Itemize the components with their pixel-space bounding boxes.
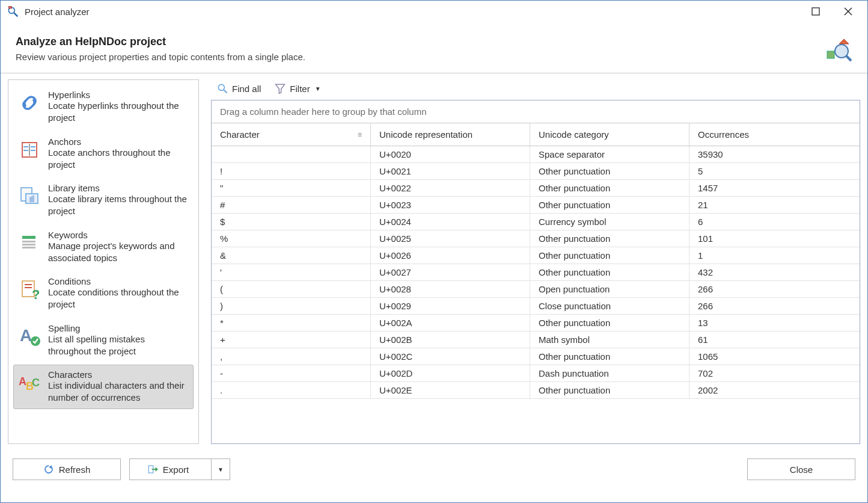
window-titlebar: Project analyzer xyxy=(1,1,867,22)
table-row[interactable]: "U+0022Other punctuation1457 xyxy=(212,180,860,197)
svg-line-32 xyxy=(224,90,227,93)
sidebar-item-conditions[interactable]: ? Conditions Locate conditions throughou… xyxy=(13,271,194,316)
sidebar-item-label: Hyperlinks xyxy=(48,90,190,100)
sidebar-item-label: Anchors xyxy=(48,137,190,147)
filter-button[interactable]: Filter ▼ xyxy=(269,79,326,97)
cell-uni: U+0024 xyxy=(371,214,530,230)
export-icon xyxy=(147,464,158,475)
keywords-icon xyxy=(17,230,42,265)
refresh-button[interactable]: Refresh xyxy=(13,458,121,480)
export-dropdown[interactable]: ▼ xyxy=(211,459,230,480)
sidebar-item-library[interactable]: Library items Locate library items throu… xyxy=(13,178,194,223)
cell-char: + xyxy=(212,332,371,348)
cell-uni: U+0029 xyxy=(371,298,530,314)
cell-char: " xyxy=(212,180,371,196)
find-all-label: Find all xyxy=(232,84,261,94)
cell-uni: U+0023 xyxy=(371,197,530,213)
cell-uni: U+0022 xyxy=(371,180,530,196)
sidebar-item-characters[interactable]: ABC Characters List individual character… xyxy=(13,365,194,409)
close-button[interactable] xyxy=(841,4,855,19)
sidebar-item-desc: List individual characters and their num… xyxy=(48,380,190,404)
cell-cat: Dash punctuation xyxy=(530,365,689,381)
column-header-occurrences[interactable]: Occurrences xyxy=(689,123,860,146)
svg-rect-19 xyxy=(22,241,35,242)
table-row[interactable]: )U+0029Close punctuation266 xyxy=(212,298,860,315)
cell-cat: Math symbol xyxy=(530,332,689,348)
cell-char: . xyxy=(212,382,371,398)
conditions-icon: ? xyxy=(17,276,42,311)
group-by-hint[interactable]: Drag a column header here to group by th… xyxy=(212,100,860,123)
cell-occ: 5 xyxy=(689,163,860,179)
cell-char: $ xyxy=(212,214,371,230)
cell-occ: 702 xyxy=(689,365,860,381)
svg-rect-20 xyxy=(22,244,35,245)
cell-char: ' xyxy=(212,264,371,280)
close-dialog-button[interactable]: Close xyxy=(747,458,855,480)
cell-char: - xyxy=(212,365,371,381)
column-header-category[interactable]: Unicode category xyxy=(530,123,689,146)
svg-text:A: A xyxy=(20,326,32,345)
maximize-button[interactable] xyxy=(808,4,823,19)
sidebar-item-label: Conditions xyxy=(48,276,190,286)
cell-cat: Space separator xyxy=(530,146,689,162)
sidebar-item-anchors[interactable]: Anchors Locate anchors throughout the pr… xyxy=(13,132,194,176)
cell-uni: U+0021 xyxy=(371,163,530,179)
cell-cat: Other punctuation xyxy=(530,247,689,264)
table-row[interactable]: -U+002DDash punctuation702 xyxy=(212,365,860,382)
table-row[interactable]: 'U+0027Other punctuation432 xyxy=(212,264,860,281)
filter-icon[interactable]: ≡ xyxy=(358,131,362,139)
sidebar-item-label: Library items xyxy=(48,183,190,193)
table-row[interactable]: &U+0026Other punctuation1 xyxy=(212,247,860,264)
svg-text:C: C xyxy=(32,377,40,389)
table-row[interactable]: $U+0024Currency symbol6 xyxy=(212,214,860,230)
cell-cat: Currency symbol xyxy=(530,214,689,230)
table-row[interactable]: %U+0025Other punctuation101 xyxy=(212,230,860,247)
cell-char: * xyxy=(212,315,371,331)
cell-char: & xyxy=(212,247,371,264)
sidebar-item-keywords[interactable]: Keywords Manage project's keywords and a… xyxy=(13,225,194,270)
find-all-button[interactable]: Find all xyxy=(211,79,266,97)
column-header-character[interactable]: Character ≡ xyxy=(212,123,371,146)
svg-marker-7 xyxy=(839,39,849,44)
sidebar-item-hyperlinks[interactable]: Hyperlinks Locate hyperlinks throughout … xyxy=(13,85,194,129)
table-row[interactable]: !U+0021Other punctuation5 xyxy=(212,163,860,180)
cell-cat: Other punctuation xyxy=(530,163,689,179)
column-header-unicode[interactable]: Unicode representation xyxy=(371,123,530,146)
cell-cat: Close punctuation xyxy=(530,298,689,314)
cell-char xyxy=(212,146,371,162)
sidebar-item-spelling[interactable]: A Spelling List all spelling mistakes th… xyxy=(13,318,194,363)
cell-occ: 266 xyxy=(689,281,860,297)
svg-rect-6 xyxy=(827,51,834,58)
table-row[interactable]: ,U+002COther punctuation1065 xyxy=(212,348,860,365)
cell-cat: Other punctuation xyxy=(530,230,689,247)
export-button[interactable]: Export ▼ xyxy=(129,458,230,480)
export-label: Export xyxy=(163,464,189,475)
search-icon xyxy=(216,82,228,94)
table-row[interactable]: +U+002BMath symbol61 xyxy=(212,332,860,348)
category-sidebar: Hyperlinks Locate hyperlinks throughout … xyxy=(8,79,199,444)
page-title: Analyze an HelpNDoc project xyxy=(16,35,305,48)
cell-occ: 1457 xyxy=(689,180,860,196)
table-row[interactable]: #U+0023Other punctuation21 xyxy=(212,197,860,214)
svg-point-31 xyxy=(218,84,224,90)
cell-cat: Other punctuation xyxy=(530,382,689,398)
sidebar-item-label: Keywords xyxy=(48,230,190,240)
svg-rect-3 xyxy=(812,8,819,15)
anchor-icon xyxy=(17,137,42,171)
cell-occ: 101 xyxy=(689,230,860,247)
analyzer-icon xyxy=(826,35,852,62)
table-row[interactable]: .U+002EOther punctuation2002 xyxy=(212,382,860,399)
refresh-icon xyxy=(43,464,54,475)
svg-rect-21 xyxy=(22,247,35,248)
table-row[interactable]: *U+002AOther punctuation13 xyxy=(212,315,860,332)
grid-body[interactable]: U+0020Space separator35930!U+0021Other p… xyxy=(212,146,860,443)
svg-rect-11 xyxy=(23,146,28,147)
grid-panel: Drag a column header here to group by th… xyxy=(211,100,860,444)
svg-line-1 xyxy=(14,13,18,17)
table-row[interactable]: U+0020Space separator35930 xyxy=(212,146,860,163)
dialog-header: Analyze an HelpNDoc project Review vario… xyxy=(1,22,867,73)
sidebar-item-desc: List all spelling mistakes throughout th… xyxy=(48,333,190,358)
table-row[interactable]: (U+0028Open punctuation266 xyxy=(212,281,860,298)
cell-occ: 1 xyxy=(689,247,860,264)
sidebar-item-label: Characters xyxy=(48,369,190,380)
